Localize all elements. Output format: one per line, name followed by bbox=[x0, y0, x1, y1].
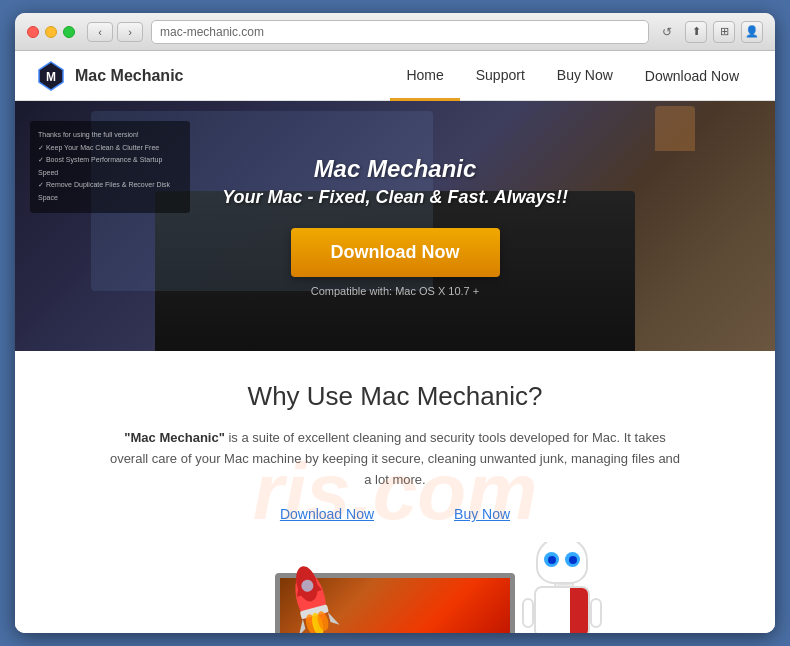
site-title: Mac Mechanic bbox=[75, 67, 183, 85]
website-content: M Mac Mechanic Home Support Buy Now Down… bbox=[15, 51, 775, 633]
nav-download-now[interactable]: Download Now bbox=[629, 51, 755, 101]
why-description: "Mac Mechanic" is a suite of excellent c… bbox=[105, 428, 685, 490]
refresh-button[interactable]: ↺ bbox=[657, 22, 677, 42]
share-icon[interactable]: ⬆ bbox=[685, 21, 707, 43]
screen-line-2: ✓ Keep Your Mac Clean & Clutter Free bbox=[38, 142, 182, 155]
content-buy-link[interactable]: Buy Now bbox=[454, 506, 510, 522]
tabs-icon[interactable]: ⊞ bbox=[713, 21, 735, 43]
minimize-button[interactable] bbox=[45, 26, 57, 38]
nav-support[interactable]: Support bbox=[460, 51, 541, 101]
hero-download-button[interactable]: Download Now bbox=[291, 228, 500, 277]
logo-icon: M bbox=[35, 60, 67, 92]
back-button[interactable]: ‹ bbox=[87, 22, 113, 42]
nav-home[interactable]: Home bbox=[390, 51, 459, 101]
hero-subtitle: Your Mac - Fixed, Clean & Fast. Always!! bbox=[222, 187, 568, 208]
compatible-text: Compatible with: Mac OS X 10.7 + bbox=[222, 285, 568, 297]
why-title: Why Use Mac Mechanic? bbox=[55, 381, 735, 412]
mac-mechanic-bold: "Mac Mechanic" bbox=[124, 430, 224, 445]
forward-button[interactable]: › bbox=[117, 22, 143, 42]
svg-text:M: M bbox=[46, 70, 56, 84]
traffic-lights bbox=[27, 26, 75, 38]
screen-line-1: Thanks for using the full version! bbox=[38, 129, 182, 142]
content-links: Download Now Buy Now bbox=[55, 506, 735, 522]
robot-character bbox=[534, 542, 590, 633]
browser-titlebar: ‹ › mac-mechanic.com ↺ ⬆ ⊞ 👤 bbox=[15, 13, 775, 51]
screen-line-3: ✓ Boost System Performance & Startup Spe… bbox=[38, 154, 182, 179]
svg-marker-7 bbox=[328, 611, 340, 628]
nav-buttons: ‹ › bbox=[87, 22, 143, 42]
maximize-button[interactable] bbox=[63, 26, 75, 38]
address-text: mac-mechanic.com bbox=[160, 25, 264, 39]
screen-line-4: ✓ Remove Duplicate Files & Recover Disk … bbox=[38, 179, 182, 204]
logo-area: M Mac Mechanic bbox=[35, 60, 390, 92]
hero-overlay: Mac Mechanic Your Mac - Fixed, Clean & F… bbox=[222, 155, 568, 297]
close-button[interactable] bbox=[27, 26, 39, 38]
site-navigation: M Mac Mechanic Home Support Buy Now Down… bbox=[15, 51, 775, 101]
rocket-icon bbox=[285, 563, 340, 633]
content-download-link[interactable]: Download Now bbox=[280, 506, 374, 522]
toolbar-icons: ⬆ ⊞ 👤 bbox=[685, 21, 763, 43]
hero-title: Mac Mechanic bbox=[222, 155, 568, 183]
svg-marker-6 bbox=[295, 619, 307, 633]
hero-section: Thanks for using the full version! ✓ Kee… bbox=[15, 101, 775, 351]
nav-links: Home Support Buy Now Download Now bbox=[390, 51, 755, 100]
address-bar[interactable]: mac-mechanic.com bbox=[151, 20, 649, 44]
browser-window: ‹ › mac-mechanic.com ↺ ⬆ ⊞ 👤 M Mac Mecha… bbox=[15, 13, 775, 633]
content-section: ris.com Why Use Mac Mechanic? "Mac Mecha… bbox=[15, 351, 775, 633]
profile-icon[interactable]: 👤 bbox=[741, 21, 763, 43]
bottom-illustration bbox=[55, 542, 735, 633]
nav-buy-now[interactable]: Buy Now bbox=[541, 51, 629, 101]
